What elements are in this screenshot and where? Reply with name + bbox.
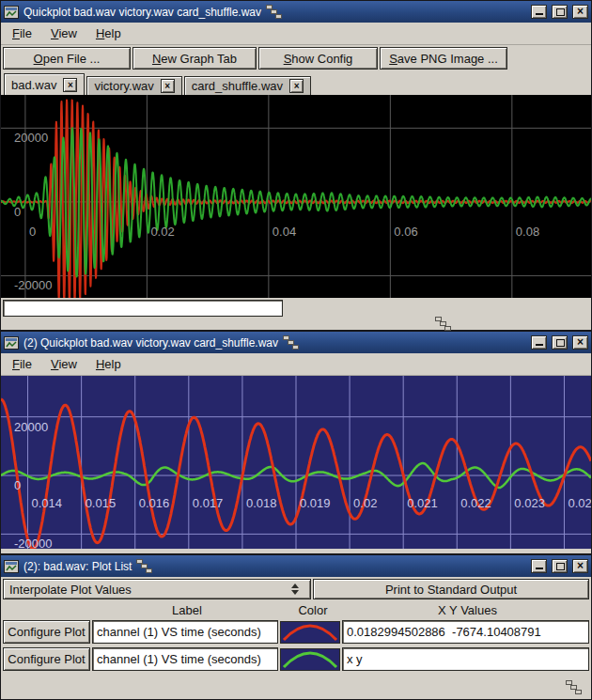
svg-text:0.02: 0.02	[150, 225, 174, 239]
statusbar	[1, 319, 591, 330]
steps-decoration	[283, 335, 304, 350]
close-icon: ×	[577, 560, 584, 572]
maximize-icon	[556, 563, 565, 570]
menu-help[interactable]: Help	[86, 24, 131, 42]
minimize-button[interactable]	[531, 559, 547, 573]
maximize-icon	[556, 8, 565, 16]
svg-text:0.06: 0.06	[394, 225, 417, 239]
svg-text:0.024: 0.024	[568, 496, 591, 510]
svg-text:0.022: 0.022	[460, 496, 491, 510]
plot-label-entry[interactable]: channel (1) VS time (seconds)	[92, 647, 278, 671]
tab-close-button[interactable]: ×	[289, 79, 304, 93]
combobox-value: Interpolate Plot Values	[9, 583, 132, 597]
plot-label-entry[interactable]: channel (1) VS time (seconds)	[92, 620, 278, 644]
svg-text:0.08: 0.08	[516, 225, 539, 239]
menubar: File View Help	[1, 353, 591, 376]
entry-row	[1, 298, 591, 319]
waveform-graph-zoom[interactable]: 200000-200000.0140.0150.0160.0170.0180.0…	[1, 376, 591, 549]
column-header-xy-values: X Y Values	[344, 603, 591, 617]
statusbar	[1, 673, 591, 699]
svg-text:0.04: 0.04	[273, 225, 296, 239]
minimize-button[interactable]	[531, 5, 547, 19]
tab-victory-wav[interactable]: victory.wav ×	[86, 76, 181, 95]
plot-row: Configure Plot channel (1) VS time (seco…	[1, 618, 591, 646]
svg-text:0.017: 0.017	[193, 496, 224, 510]
menu-view[interactable]: View	[41, 355, 86, 373]
minimize-icon	[536, 568, 543, 569]
svg-text:20000: 20000	[14, 420, 48, 434]
window-title: (2): bad.wav: Plot List	[23, 560, 132, 573]
resize-grip[interactable]	[435, 317, 456, 331]
plot-color-swatch[interactable]	[280, 621, 340, 644]
minimize-button[interactable]	[531, 335, 547, 350]
print-to-standard-output-button[interactable]: Print to Standard Output	[313, 579, 589, 599]
svg-text:0.014: 0.014	[32, 496, 63, 510]
titlebar[interactable]: (2) Quickplot bad.wav victory.wav card_s…	[1, 332, 591, 353]
tab-close-button[interactable]: ×	[161, 79, 175, 93]
close-icon: ×	[68, 79, 73, 91]
maximize-button[interactable]	[552, 335, 568, 350]
steps-decoration	[136, 559, 157, 573]
show-config-button[interactable]: Show Config	[258, 47, 378, 70]
resize-grip[interactable]	[566, 680, 586, 694]
configure-plot-button[interactable]: Configure Plot	[3, 620, 90, 644]
window-title: Quickplot bad.wav victory.wav card_shuff…	[23, 6, 261, 19]
window-quickplot-zoom: (2) Quickplot bad.wav victory.wav card_s…	[0, 331, 592, 554]
menu-help[interactable]: Help	[86, 355, 131, 373]
plot-xy-values-entry[interactable]: 0.0182994502886 -7674.10408791	[342, 620, 589, 644]
svg-text:20000: 20000	[14, 131, 48, 145]
pointer-mode-combobox[interactable]: Interpolate Plot Values	[3, 579, 311, 599]
save-png-image-button[interactable]: Save PNG Image ...	[380, 47, 507, 70]
value-readout-entry[interactable]	[3, 300, 283, 317]
svg-text:0: 0	[14, 205, 21, 219]
svg-text:0: 0	[14, 478, 21, 492]
close-button[interactable]: ×	[572, 5, 588, 19]
close-icon: ×	[294, 80, 300, 92]
menu-file[interactable]: File	[3, 24, 41, 42]
window-quickplot-main: Quickplot bad.wav victory.wav card_shuff…	[0, 0, 592, 331]
svg-text:0.021: 0.021	[407, 496, 438, 510]
app-icon[interactable]	[4, 560, 19, 573]
configure-plot-button[interactable]: Configure Plot	[3, 647, 90, 671]
minimize-icon	[536, 344, 543, 346]
window-plot-list: (2): bad.wav: Plot List × Interpolate Pl…	[0, 554, 592, 700]
svg-text:0.018: 0.018	[246, 496, 277, 510]
combobox-arrows-icon	[291, 583, 299, 595]
maximize-icon	[556, 339, 565, 347]
svg-text:0.015: 0.015	[86, 496, 117, 510]
svg-text:0.019: 0.019	[300, 496, 331, 510]
statusbar	[1, 549, 591, 553]
tab-label: card_shuffle.wav	[192, 79, 283, 93]
waveform-graph-overview[interactable]: 200000-2000000.020.040.060.08	[1, 95, 591, 298]
svg-text:0.023: 0.023	[514, 496, 545, 510]
new-graph-tab-button[interactable]: New Graph Tab	[132, 47, 257, 70]
app-icon[interactable]	[4, 336, 19, 350]
open-file-button[interactable]: Open File ...	[3, 47, 131, 70]
maximize-button[interactable]	[552, 559, 568, 573]
plot-list-header: Label Color X Y Values	[1, 601, 591, 618]
tab-card-shuffle-wav[interactable]: card_shuffle.wav ×	[184, 76, 311, 95]
svg-text:-20000: -20000	[14, 537, 52, 549]
close-button[interactable]: ×	[572, 559, 588, 573]
close-icon: ×	[577, 6, 584, 18]
tab-bad-wav[interactable]: bad.wav ×	[4, 73, 85, 95]
menu-file[interactable]: File	[3, 355, 41, 373]
plot-color-swatch[interactable]	[280, 648, 340, 671]
plot-xy-values-entry[interactable]: x y	[342, 647, 589, 671]
tab-label: victory.wav	[94, 79, 153, 93]
titlebar[interactable]: Quickplot bad.wav victory.wav card_shuff…	[1, 1, 591, 23]
close-button[interactable]: ×	[572, 335, 588, 350]
svg-text:0.016: 0.016	[139, 496, 170, 510]
svg-text:-20000: -20000	[14, 278, 52, 292]
menu-view[interactable]: View	[41, 24, 86, 42]
titlebar[interactable]: (2): bad.wav: Plot List ×	[1, 555, 591, 577]
plot-list-toolbar: Interpolate Plot Values Print to Standar…	[1, 577, 591, 601]
svg-text:0: 0	[29, 225, 36, 239]
tab-label: bad.wav	[11, 78, 56, 92]
maximize-button[interactable]	[552, 5, 568, 19]
app-icon[interactable]	[4, 6, 19, 19]
tab-close-button[interactable]: ×	[63, 78, 77, 92]
minimize-icon	[536, 13, 543, 15]
column-header-color: Color	[282, 603, 344, 617]
close-icon: ×	[164, 80, 170, 92]
